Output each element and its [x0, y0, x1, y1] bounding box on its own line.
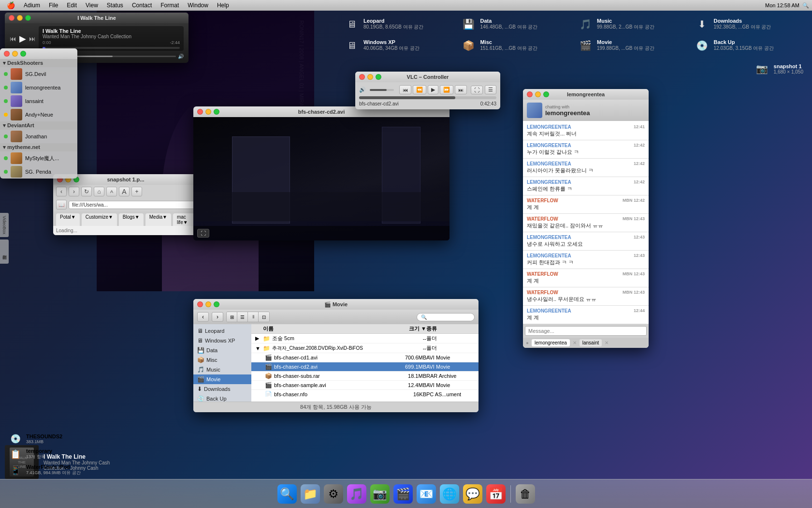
- table-row[interactable]: 🎬 bfs-chaser-cd2.avi 699.1MB AVI Movie: [251, 362, 478, 372]
- vlc-fullscreen-button[interactable]: ⛶: [471, 86, 483, 94]
- browser-bookmark-button[interactable]: 📖: [56, 200, 67, 209]
- menubar-app[interactable]: Adium: [20, 0, 44, 11]
- vlc-close-button[interactable]: [359, 74, 365, 80]
- dock-ical[interactable]: 📅: [485, 483, 507, 505]
- dock-itunes[interactable]: 🎵: [346, 483, 367, 505]
- chat-traffic-lights[interactable]: [527, 91, 549, 97]
- browser-reload-button[interactable]: ↻: [81, 187, 92, 196]
- dock-imovie[interactable]: 🎬: [392, 483, 414, 505]
- finder-column-view-button[interactable]: ⫴: [248, 312, 259, 322]
- finder-sidebar-data[interactable]: 💾 Data: [193, 345, 251, 355]
- disk-downloads[interactable]: ⬇ Downloads 192.38GB, ...GB 여유 공간: [691, 15, 806, 34]
- video-close-button[interactable]: [197, 109, 203, 115]
- buddy-maximize-button[interactable]: [20, 51, 26, 57]
- browser-forward-button[interactable]: ›: [69, 187, 79, 196]
- itunes-prev-button[interactable]: ⏮: [10, 35, 16, 43]
- video-traffic-lights[interactable]: [197, 109, 219, 115]
- vlc-rewind-button[interactable]: ⏪: [413, 85, 426, 94]
- dock-trash[interactable]: 🗑: [515, 483, 536, 505]
- browser-add-button[interactable]: +: [131, 187, 142, 196]
- disk-movie[interactable]: 🎬 Movie 199.88GB, ...GB 여유 공간: [574, 36, 689, 55]
- dock-finder[interactable]: 🔍: [276, 483, 298, 505]
- buddy-group-mytheme[interactable]: ▾ mytheme.net: [0, 143, 77, 151]
- menubar-view[interactable]: View: [82, 0, 102, 11]
- disk-winxp[interactable]: 🖥 Windows XP 40.06GB, 34GB 여유 공간: [340, 36, 455, 55]
- finder-sidebar-backup[interactable]: 💿 Back Up: [193, 394, 251, 403]
- vlc-prev-button[interactable]: ⏮: [399, 85, 411, 94]
- vlc-progress-bar[interactable]: [359, 96, 496, 99]
- disk-music[interactable]: 🎵 Music 99.88GB, 2...GB 여유 공간: [574, 15, 689, 34]
- finder-toggle-icon[interactable]: ▶: [255, 335, 263, 342]
- finder-icon-view-button[interactable]: ⊞: [227, 312, 237, 322]
- menubar-edit[interactable]: Edit: [63, 0, 81, 11]
- dock-safari[interactable]: 🌐: [439, 483, 460, 505]
- browser-back-button[interactable]: ‹: [56, 187, 67, 196]
- disk-leopard[interactable]: 🖥 Leopard 80.19GB, 8.65GB 여유 공간: [340, 15, 455, 34]
- vlc-volume-bar[interactable]: [370, 89, 394, 91]
- itunes-source-thesounds[interactable]: 💿 THESOUNDS2 383.1MB: [5, 432, 106, 446]
- sidebar-tab-videobox[interactable]: VideoBox: [0, 213, 9, 237]
- menubar-contact[interactable]: Contact: [128, 0, 156, 11]
- chat-tab-lemon[interactable]: lemongreentea: [532, 339, 570, 346]
- buddy-close-button[interactable]: [4, 51, 10, 57]
- table-row[interactable]: 📦 bfs-chaser-subs.rar 18.1MB RAR Archive: [251, 372, 478, 381]
- itunes-play-button[interactable]: ▶: [19, 33, 26, 44]
- spotlight-icon[interactable]: 🔍: [802, 2, 809, 9]
- table-row[interactable]: ▼ 📁 추격자_Chaser.2008.DVDRip.XviD-BiFOS --…: [251, 344, 478, 353]
- browser-tab-maclife[interactable]: mac life▼: [173, 213, 195, 226]
- buddy-lemongreentea[interactable]: lemongreentea: [0, 81, 77, 94]
- vlc-maximize-button[interactable]: [376, 74, 381, 80]
- dock-system-prefs[interactable]: ⚙: [323, 483, 344, 505]
- buddy-traffic-lights[interactable]: [4, 51, 26, 57]
- chat-maximize-button[interactable]: [543, 91, 549, 97]
- browser-tab-customize[interactable]: Customize▼: [82, 213, 117, 226]
- video-minimize-button[interactable]: [205, 109, 211, 115]
- finder-sidebar-winxp[interactable]: 🖥 Windows XP: [193, 336, 251, 345]
- itunes-traffic-lights[interactable]: [9, 15, 31, 21]
- dock-mail[interactable]: 📧: [416, 483, 437, 505]
- buddy-sg-penda[interactable]: SG. Penda: [0, 165, 77, 179]
- finder-maximize-button[interactable]: [214, 301, 219, 307]
- video-maximize-button[interactable]: [214, 109, 219, 115]
- browser-home-button[interactable]: ⌂: [94, 187, 104, 196]
- disk-misc[interactable]: 📦 Misc 151.61GB, ...GB 여유 공간: [457, 36, 572, 55]
- table-row[interactable]: 🎬 bfs-chaser-cd1.avi 700.6MB AVI Movie: [251, 353, 478, 362]
- chat-x-icon[interactable]: ✕: [573, 340, 577, 345]
- chat-x-icon2[interactable]: ✕: [605, 340, 609, 345]
- chat-tab-lansaint[interactable]: lansaint: [580, 339, 602, 346]
- vlc-play-button[interactable]: ▶: [428, 85, 438, 94]
- buddy-group-deviantart[interactable]: ▾ DeviantArt: [0, 121, 77, 130]
- menubar-format[interactable]: Format: [157, 0, 183, 11]
- buddy-sg-devil[interactable]: SG.Devil: [0, 67, 77, 81]
- chat-close-button[interactable]: [527, 91, 533, 97]
- finder-back-button[interactable]: ‹: [197, 312, 209, 322]
- browser-text-large[interactable]: A: [119, 187, 130, 196]
- finder-sidebar-leopard[interactable]: 🖥 Leopard: [193, 326, 251, 336]
- sidebar-tab-side[interactable]: 侧边栏: [0, 239, 9, 264]
- disk-snapshot[interactable]: 📷 snapshot 1 1,680 × 1,050: [751, 59, 807, 78]
- browser-tab-potal[interactable]: Potal▼: [56, 213, 80, 226]
- finder-size-col-header[interactable]: 크기 ▼: [388, 325, 426, 332]
- video-fullscreen-button[interactable]: ⛶: [197, 229, 209, 238]
- finder-close-button[interactable]: [197, 301, 203, 307]
- buddy-mystyle[interactable]: MyStyle魔人...: [0, 151, 77, 165]
- finder-traffic-lights[interactable]: [197, 301, 219, 307]
- menubar-status[interactable]: Status: [103, 0, 127, 11]
- apple-menu[interactable]: 🍎: [3, 1, 19, 9]
- browser-url-bar[interactable]: file:///Users/wa...: [69, 201, 195, 209]
- browser-tab-media[interactable]: Media▼: [145, 213, 171, 226]
- vlc-next-button[interactable]: ⏭: [455, 85, 467, 94]
- table-row[interactable]: 📄 bfs-chaser.nfo 16KB PC AS...ument: [251, 390, 478, 397]
- browser-tab-blogs[interactable]: Blogs▼: [119, 213, 144, 226]
- dock-adium[interactable]: 💬: [462, 483, 483, 505]
- finder-sidebar-movie[interactable]: 🎬 Movie: [193, 374, 251, 384]
- browser-text-small[interactable]: A: [106, 187, 117, 196]
- finder-list-view-button[interactable]: ☰: [237, 312, 248, 322]
- finder-name-col-header[interactable]: 이름: [263, 325, 388, 332]
- finder-kind-col-header[interactable]: 종류: [426, 325, 475, 332]
- buddy-minimize-button[interactable]: [12, 51, 18, 57]
- vlc-minimize-button[interactable]: [367, 74, 373, 80]
- buddy-lansaint[interactable]: lansaint: [0, 94, 77, 108]
- itunes-maximize-button[interactable]: [25, 15, 31, 21]
- disk-data[interactable]: 💾 Data 146.48GB, ...GB 여유 공간: [457, 15, 572, 34]
